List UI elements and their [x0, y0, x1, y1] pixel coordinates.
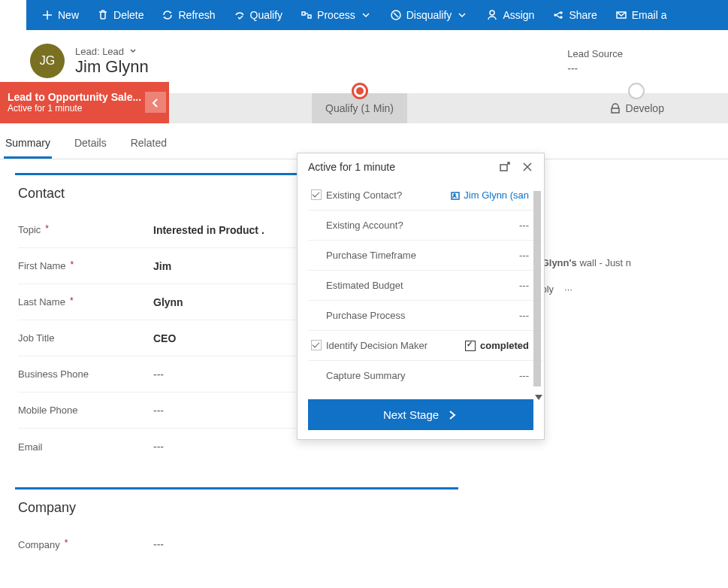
topic-value[interactable]: Interested in Product . — [153, 224, 264, 236]
more-button[interactable]: ··· — [564, 283, 572, 295]
disqualify-dropdown[interactable]: Disqualify — [381, 0, 478, 30]
check-icon — [311, 189, 322, 200]
dock-icon[interactable] — [499, 161, 511, 173]
step-purchase-process-value[interactable]: --- — [519, 310, 529, 321]
bpf-collapse-button[interactable] — [145, 92, 166, 113]
check-icon — [311, 340, 322, 350]
assign-icon — [486, 9, 498, 21]
step-capture-summary-label: Capture Summary — [326, 370, 405, 381]
step-purchase-timeframe-value[interactable]: --- — [519, 250, 529, 261]
step-existing-contact-value[interactable]: Jim Glynn (san — [450, 189, 529, 201]
refresh-button[interactable]: Refresh — [153, 0, 224, 30]
chevron-down-icon — [456, 9, 468, 21]
new-button[interactable]: New — [32, 0, 88, 30]
chevron-down-icon — [128, 47, 137, 56]
bpf-title: Lead to Opportunity Sale... — [8, 91, 142, 103]
contact-icon — [450, 190, 461, 201]
lastname-label: Last Name* — [18, 296, 153, 308]
step-identify-dm-value[interactable]: completed — [465, 340, 529, 351]
firstname-value[interactable]: Jim — [153, 260, 171, 272]
businessphone-label: Business Phone — [18, 368, 153, 380]
qualify-button[interactable]: Qualify — [225, 0, 292, 30]
step-identify-dm-label: Identify Decision Maker — [326, 340, 427, 351]
refresh-icon — [162, 9, 174, 21]
plus-icon — [41, 9, 53, 21]
email-icon — [615, 9, 627, 21]
avatar: JG — [30, 44, 65, 78]
step-existing-contact-label: Existing Contact? — [326, 189, 402, 201]
tab-related[interactable]: Related — [129, 131, 168, 159]
entity-label[interactable]: Lead: Lead — [75, 46, 557, 57]
step-estimated-budget-label: Estimated Budget — [326, 280, 403, 291]
step-estimated-budget-value[interactable]: --- — [519, 280, 529, 291]
company-label: Company* — [18, 539, 153, 550]
step-capture-summary-value[interactable]: --- — [519, 370, 529, 381]
step-purchase-timeframe-label: Purchase Timeframe — [326, 250, 416, 261]
step-existing-account-value[interactable]: --- — [519, 220, 529, 231]
company-heading: Company — [18, 500, 448, 516]
flyout-title: Active for 1 minute — [308, 161, 395, 173]
disqualify-icon — [390, 9, 402, 21]
stage-qualify[interactable]: Qualify (1 Min) — [312, 93, 407, 123]
email-button[interactable]: Email a — [606, 0, 676, 30]
scrollbar[interactable] — [533, 191, 541, 386]
process-dropdown[interactable]: Process — [292, 0, 381, 30]
share-button[interactable]: Share — [543, 0, 606, 30]
email-value[interactable]: --- — [153, 441, 164, 453]
bpf-subtitle: Active for 1 minute — [8, 103, 142, 114]
topic-label: Topic* — [18, 224, 153, 235]
jobtitle-label: Job Title — [18, 332, 153, 344]
stage-node-icon — [628, 83, 645, 99]
lead-source-label: Lead Source — [567, 48, 623, 59]
business-process-flow: Lead to Opportunity Sale... Active for 1… — [0, 93, 728, 123]
email-label: Email — [18, 441, 153, 453]
chevron-left-icon — [150, 97, 161, 108]
process-icon — [301, 9, 313, 21]
chevron-right-icon — [446, 409, 458, 421]
company-section: Company Company* --- — [15, 487, 458, 565]
mobilephone-label: Mobile Phone — [18, 405, 153, 416]
jobtitle-value[interactable]: CEO — [153, 332, 176, 344]
tab-details[interactable]: Details — [73, 131, 108, 159]
record-name: Jim Glynn — [75, 57, 557, 77]
trash-icon — [97, 9, 109, 21]
share-icon — [552, 9, 564, 21]
target-icon — [352, 83, 368, 99]
lastname-value[interactable]: Glynn — [153, 296, 183, 308]
stage-flyout: Active for 1 minute Existing Contact? Ji… — [297, 153, 545, 440]
lock-icon — [609, 103, 620, 114]
qualify-icon — [234, 9, 246, 21]
next-stage-button[interactable]: Next Stage — [308, 399, 533, 430]
assign-button[interactable]: Assign — [477, 0, 543, 30]
stage-develop[interactable]: Develop — [560, 93, 713, 123]
mobilephone-value[interactable]: --- — [153, 405, 164, 417]
command-bar: New Delete Refresh Qualify Process Disqu… — [26, 0, 728, 30]
firstname-label: First Name* — [18, 260, 153, 271]
step-existing-account-label: Existing Account? — [326, 220, 403, 231]
lead-source-value[interactable]: --- — [567, 62, 623, 74]
company-value[interactable]: --- — [153, 538, 164, 550]
tab-summary[interactable]: Summary — [4, 131, 52, 159]
bpf-header: Lead to Opportunity Sale... Active for 1… — [0, 82, 169, 123]
close-icon[interactable] — [521, 161, 533, 173]
delete-button[interactable]: Delete — [88, 0, 153, 30]
businessphone-value[interactable]: --- — [153, 368, 164, 380]
checkbox-icon — [465, 341, 476, 351]
step-purchase-process-label: Purchase Process — [326, 310, 406, 321]
chevron-down-icon — [360, 9, 372, 21]
